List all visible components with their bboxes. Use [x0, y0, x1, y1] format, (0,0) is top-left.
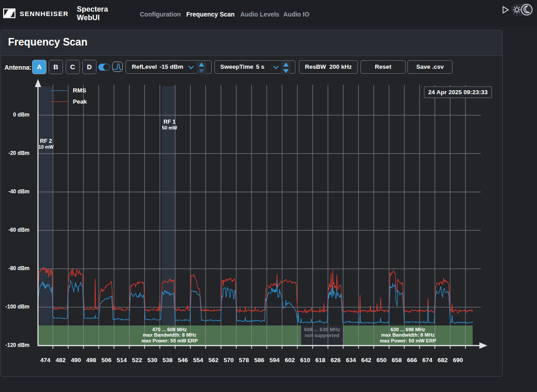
svg-text:690: 690: [453, 357, 463, 363]
svg-text:634: 634: [346, 357, 356, 363]
svg-text:630 ... 698 MHz: 630 ... 698 MHz: [390, 327, 425, 332]
svg-text:674: 674: [422, 357, 432, 363]
svg-text:578: 578: [239, 357, 249, 363]
svg-text:24 Apr 2025 09:23:33: 24 Apr 2025 09:23:33: [428, 89, 488, 96]
svg-text:-120 dBm: -120 dBm: [5, 342, 29, 348]
svg-text:not supported: not supported: [305, 333, 339, 338]
svg-text:658: 658: [392, 357, 402, 363]
svg-text:682: 682: [437, 357, 448, 363]
svg-text:-80 dBm: -80 dBm: [8, 265, 29, 271]
svg-text:594: 594: [269, 357, 280, 363]
svg-text:498: 498: [86, 357, 96, 363]
svg-text:506: 506: [101, 357, 112, 363]
svg-text:470 ... 608 MHz: 470 ... 608 MHz: [152, 327, 187, 332]
svg-text:RF 2: RF 2: [40, 138, 52, 144]
svg-text:666: 666: [407, 357, 417, 363]
svg-text:530: 530: [147, 357, 158, 363]
svg-text:586: 586: [254, 357, 264, 363]
svg-text:max Power: 50 mW ERP: max Power: 50 mW ERP: [142, 338, 198, 343]
svg-text:618: 618: [315, 357, 326, 363]
svg-text:10 mW: 10 mW: [38, 144, 54, 150]
svg-text:Peak: Peak: [73, 98, 87, 105]
svg-text:50 mW: 50 mW: [162, 125, 177, 130]
svg-text:-100 dBm: -100 dBm: [5, 304, 29, 310]
svg-text:max Power: 50 mW ERP: max Power: 50 mW ERP: [380, 338, 436, 343]
svg-text:max Bandwidth: 8 MHz: max Bandwidth: 8 MHz: [143, 332, 197, 338]
svg-text:610: 610: [300, 357, 310, 363]
svg-text:642: 642: [361, 357, 371, 363]
svg-text:608 ... 630 MHz: 608 ... 630 MHz: [304, 327, 340, 332]
svg-text:474: 474: [40, 357, 50, 363]
svg-text:522: 522: [132, 357, 142, 363]
svg-text:max Bandwidth: 8 MHz: max Bandwidth: 8 MHz: [381, 332, 435, 338]
svg-text:546: 546: [178, 357, 188, 363]
svg-text:RMS: RMS: [73, 87, 86, 94]
svg-text:RF 1: RF 1: [164, 119, 176, 125]
svg-text:-60 dBm: -60 dBm: [8, 227, 29, 233]
svg-text:538: 538: [163, 357, 173, 363]
svg-text:0 dBm: 0 dBm: [13, 112, 29, 118]
svg-text:562: 562: [208, 357, 218, 363]
svg-text:602: 602: [285, 357, 295, 363]
svg-text:-20 dBm: -20 dBm: [8, 150, 29, 156]
svg-text:650: 650: [377, 357, 387, 363]
svg-text:570: 570: [224, 357, 234, 363]
svg-text:626: 626: [331, 357, 341, 363]
svg-text:514: 514: [117, 357, 127, 363]
svg-text:-40 dBm: -40 dBm: [8, 188, 29, 195]
svg-text:482: 482: [55, 357, 66, 363]
svg-text:490: 490: [71, 357, 81, 363]
svg-text:554: 554: [193, 357, 203, 363]
